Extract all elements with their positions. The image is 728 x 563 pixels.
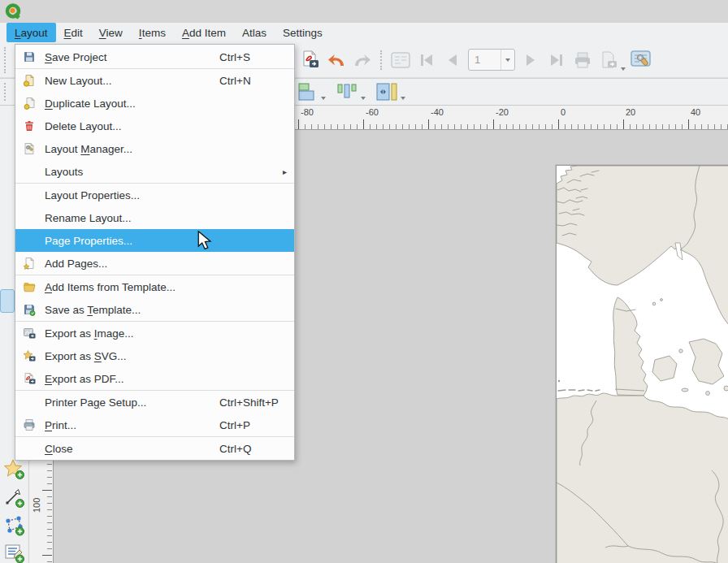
layout-page[interactable] <box>556 165 728 563</box>
menu-item-shortcut: Ctrl+N <box>219 75 294 87</box>
chevron-down-icon <box>621 67 626 71</box>
add-node-item-button[interactable] <box>2 513 26 537</box>
save-icon <box>20 50 39 63</box>
menu-item-export-as-pdf[interactable]: Export as PDF... <box>15 367 294 390</box>
folder-icon <box>20 280 39 293</box>
atlas-feature-combobox[interactable]: 1 <box>468 49 515 71</box>
export-svg-icon <box>20 349 39 362</box>
menu-item-label: Printer Page Setup... <box>45 396 146 409</box>
resize-items-button[interactable] <box>374 81 407 102</box>
menubar-item-settings[interactable]: Settings <box>275 23 331 42</box>
menu-item-layout-manager[interactable]: Layout Manager... <box>15 137 294 160</box>
previous-feature-button[interactable] <box>440 47 466 73</box>
map-germany <box>557 393 728 563</box>
title-bar <box>0 0 728 23</box>
menu-item-new-layout[interactable]: New Layout... Ctrl+N <box>15 69 294 92</box>
menubar-label: Settings <box>283 27 323 39</box>
chevron-down-icon <box>321 97 326 100</box>
menu-item-print[interactable]: Print... Ctrl+P <box>15 414 294 436</box>
submenu-arrow-icon: ▸ <box>283 167 287 176</box>
menu-item-label: Save as Template... <box>45 304 141 316</box>
menu-item-export-as-svg[interactable]: Export as SVG... <box>15 344 294 367</box>
map-island-dot <box>558 380 560 382</box>
menu-item-shortcut: Ctrl+Q <box>219 443 294 455</box>
redo-button[interactable] <box>349 47 375 73</box>
previous-feature-icon <box>444 51 462 69</box>
menu-item-rename-layout[interactable]: Rename Layout... <box>15 206 294 229</box>
menubar-label: Items <box>139 27 166 39</box>
menu-item-close[interactable]: Close Ctrl+Q <box>15 437 294 460</box>
ruler-label: -40 <box>431 107 444 117</box>
menubar-item-items[interactable]: Items <box>131 23 174 42</box>
export-pdf-icon <box>20 372 39 385</box>
menu-item-label: Export as SVG... <box>45 350 127 362</box>
menubar-item-add-item[interactable]: Add Item <box>174 23 234 42</box>
atlas-settings-button[interactable] <box>628 47 654 73</box>
last-feature-icon <box>548 51 566 69</box>
toolbar-handle[interactable] <box>4 47 9 73</box>
new-layout-icon <box>20 74 39 87</box>
export-atlas-button[interactable] <box>596 47 628 73</box>
duplicate-layout-icon <box>20 97 39 110</box>
atlas-feature-dropdown[interactable] <box>500 50 514 70</box>
menubar-item-layout[interactable]: Layout <box>6 23 56 42</box>
export-pdf-icon <box>300 50 321 71</box>
save-template-icon <box>20 303 39 316</box>
menu-item-layouts[interactable]: Layouts ▸ <box>15 160 294 183</box>
menu-item-add-pages[interactable]: Add Pages... <box>15 252 294 275</box>
menubar-item-atlas[interactable]: Atlas <box>234 23 275 42</box>
map-zealand <box>689 339 724 384</box>
ruler-label: 0 <box>561 107 566 117</box>
menu-item-shortcut: Ctrl+S <box>219 51 294 63</box>
menu-item-label: Export as PDF... <box>45 373 124 385</box>
preview-atlas-button[interactable] <box>388 47 414 73</box>
menu-item-duplicate-layout[interactable]: Duplicate Layout... <box>15 92 294 115</box>
first-feature-button[interactable] <box>414 47 440 73</box>
menu-item-label: Save Project <box>45 51 107 63</box>
menu-item-label: Add Items from Template... <box>45 281 176 293</box>
distribute-items-button[interactable] <box>334 81 367 102</box>
menu-item-label: Rename Layout... <box>45 212 132 224</box>
menu-item-add-items-from-template[interactable]: Add Items from Template... <box>15 275 294 298</box>
add-arrow-icon <box>3 487 25 509</box>
ruler-label: -80 <box>301 107 314 117</box>
last-feature-button[interactable] <box>544 47 570 73</box>
menu-item-save-project[interactable]: Save Project Ctrl+S <box>15 45 294 68</box>
mouse-cursor <box>197 231 213 250</box>
next-feature-button[interactable] <box>518 47 544 73</box>
redo-icon <box>353 50 372 70</box>
menu-item-page-properties[interactable]: Page Properties... <box>15 229 294 252</box>
map-frisian-islands <box>558 390 600 391</box>
menu-item-layout-properties[interactable]: Layout Properties... <box>15 184 294 206</box>
resize-items-icon <box>375 82 398 102</box>
print-atlas-button[interactable] <box>570 47 596 73</box>
ruler-label: 100 <box>32 492 41 513</box>
menu-item-save-as-template[interactable]: Save as Template... <box>15 298 294 321</box>
add-pages-icon <box>20 257 39 270</box>
menubar-item-view[interactable]: View <box>91 23 131 42</box>
add-shape-star-icon <box>3 458 25 480</box>
map-funen <box>652 356 677 381</box>
menubar-item-edit[interactable]: Edit <box>56 23 91 42</box>
toolbar-separator <box>380 50 383 70</box>
export-pdf-button[interactable] <box>297 47 323 73</box>
menu-bar: Layout Edit View Items Add Item Atlas Se… <box>0 23 728 42</box>
menu-item-export-as-image[interactable]: Export as Image... <box>15 322 294 344</box>
menu-item-printer-page-setup[interactable]: Printer Page Setup... Ctrl+Shift+P <box>15 391 294 414</box>
menu-item-delete-layout[interactable]: Delete Layout... <box>15 115 294 137</box>
next-feature-icon <box>522 51 540 69</box>
chevron-down-icon <box>361 97 366 100</box>
map-item <box>557 166 728 563</box>
add-shape-button[interactable] <box>2 457 26 481</box>
undo-button[interactable] <box>323 47 349 73</box>
add-html-frame-button[interactable] <box>2 541 26 563</box>
add-arrow-button[interactable] <box>2 486 26 509</box>
atlas-settings-icon <box>630 49 652 71</box>
preview-atlas-icon <box>390 50 411 71</box>
undo-icon <box>327 50 346 70</box>
layout-menu-dropdown: Save Project Ctrl+S New Layout... Ctrl+N… <box>15 44 295 461</box>
align-items-button[interactable] <box>296 81 327 102</box>
atlas-feature-value[interactable]: 1 <box>469 54 500 66</box>
active-tool-button[interactable] <box>0 289 15 313</box>
toolbar-handle[interactable] <box>4 83 9 101</box>
